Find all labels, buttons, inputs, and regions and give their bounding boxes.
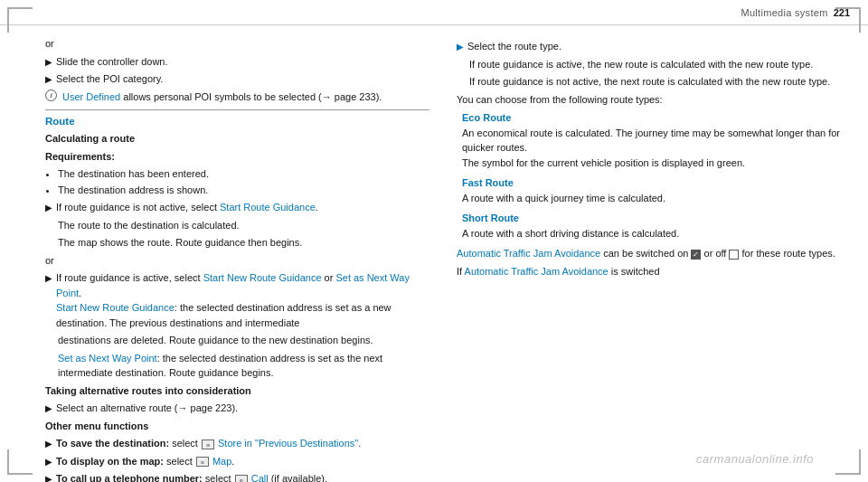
requirements-list: The destination has been entered. The de… xyxy=(58,166,429,197)
destinations-deleted-text: destinations are deleted. Route guidance… xyxy=(58,333,429,348)
bullet-select-poi-text: Select the POI category. xyxy=(56,71,163,87)
or-text-1: or xyxy=(45,36,429,52)
call-phone-text: To call up a telephone number: select ≡ … xyxy=(56,471,327,482)
arrow-icon-6: ▶ xyxy=(45,437,52,450)
bullet-select-poi: ▶ Select the POI category. xyxy=(45,71,429,87)
eco-route-desc: An economical route is calculated. The j… xyxy=(462,128,840,154)
fast-route-label: Fast Route xyxy=(462,177,514,188)
left-column: or ▶ Slide the controller down. ▶ Select… xyxy=(45,36,429,471)
main-content: or ▶ Slide the controller down. ▶ Select… xyxy=(0,25,868,482)
alt-routes-heading-text: Taking alternative routes into considera… xyxy=(45,385,251,396)
fast-route-item: Fast Route A route with a quick journey … xyxy=(462,175,841,205)
other-menu-text: Other menu functions xyxy=(45,421,148,431)
arrow-icon-5: ▶ xyxy=(45,402,52,415)
start-new-route-link: Start New Route Guidance xyxy=(203,272,322,283)
user-defined-link: User Defined xyxy=(62,91,120,102)
short-route-item: Short Route A route with a short driving… xyxy=(462,211,841,241)
route-guidance-active: ▶ If route guidance is active, select St… xyxy=(45,270,429,330)
route-heading: Route xyxy=(45,114,429,129)
alt-route-text: Select an alternative route (→ page 223)… xyxy=(56,401,238,416)
section-title: Multimedia system xyxy=(741,7,827,18)
set-as-next-label: Set as Next Way Point xyxy=(58,353,157,364)
alt-route-arrow: ▶ Select an alternative route (→ page 22… xyxy=(45,401,429,416)
checkbox-off-icon xyxy=(729,250,739,260)
start-route-guidance-link: Start Route Guidance xyxy=(220,202,316,213)
calc-heading-text: Calculating a route xyxy=(45,133,135,144)
page-header: Multimedia system 221 xyxy=(0,0,868,25)
choose-from-text: You can choose from the following route … xyxy=(457,92,841,108)
display-map-arrow: ▶ To display on the map: select ≡ Map. xyxy=(45,454,429,469)
route-types-list: Eco Route An economical route is calcula… xyxy=(462,110,841,241)
bullet-slide-text: Slide the controller down. xyxy=(56,54,168,70)
bullet-slide-controller: ▶ Slide the controller down. xyxy=(45,54,429,70)
map-shows-route-text: The map shows the route. Route guidance … xyxy=(58,235,429,250)
watermark: carmanualonline.info xyxy=(696,452,814,466)
arrow-icon-8: ▶ xyxy=(45,472,52,482)
call-icon: ≡ xyxy=(235,475,248,482)
arrow-icon-3: ▶ xyxy=(45,201,52,214)
if-active-text: If route guidance is active, the new rou… xyxy=(469,57,841,72)
call-link: Call xyxy=(251,473,269,482)
checkbox-on-icon xyxy=(691,250,701,260)
route-guidance-not-active-text: If route guidance is not active, select … xyxy=(56,200,318,215)
start-new-route-label: Start New Route Guidance xyxy=(56,302,175,313)
map-link: Map xyxy=(212,456,231,467)
route-calc-text: The route to the destination is calculat… xyxy=(58,218,429,233)
eco-route-label: Eco Route xyxy=(462,112,511,123)
display-map-text: To display on the map: select ≡ Map. xyxy=(56,454,234,469)
info-user-defined: i User Defined allows personal POI symbo… xyxy=(45,90,429,105)
right-column: ▶ Select the route type. If route guidan… xyxy=(457,36,841,471)
route-guidance-not-active: ▶ If route guidance is not active, selec… xyxy=(45,200,429,215)
call-phone-arrow: ▶ To call up a telephone number: select … xyxy=(45,471,429,482)
arrow-icon-1: ▶ xyxy=(45,55,52,69)
route-guidance-active-text: If route guidance is active, select Star… xyxy=(56,270,429,330)
corner-decoration-bl xyxy=(7,449,33,475)
route-section-divider xyxy=(45,109,429,110)
auto-traffic-text: Automatic Traffic Jam Avoidance can be s… xyxy=(457,246,841,261)
auto-traffic-if-label: Automatic Traffic Jam Avoidance xyxy=(465,266,609,277)
eco-route-item: Eco Route An economical route is calcula… xyxy=(462,110,841,170)
req-item-1: The destination has been entered. xyxy=(58,166,429,182)
req-item-2: The destination address is shown. xyxy=(58,183,429,198)
route-heading-text: Route xyxy=(45,116,75,127)
alt-routes-heading: Taking alternative routes into considera… xyxy=(45,383,429,399)
select-route-label: Select the route type. xyxy=(467,41,561,52)
short-route-desc: A route with a short driving distance is… xyxy=(462,228,679,239)
auto-traffic-if-text: If Automatic Traffic Jam Avoidance is sw… xyxy=(457,264,841,279)
arrow-icon-7: ▶ xyxy=(45,455,52,468)
set-as-next-text: Set as Next Way Point: the selected dest… xyxy=(58,351,429,381)
short-route-label: Short Route xyxy=(462,213,519,223)
requirements-text: Requirements: xyxy=(45,151,115,162)
save-dest-arrow: ▶ To save the destination: select ≡ Stor… xyxy=(45,436,429,451)
auto-traffic-label: Automatic Traffic Jam Avoidance xyxy=(457,248,600,259)
fast-route-desc: A route with a quick journey time is cal… xyxy=(462,193,665,203)
other-menu-heading: Other menu functions xyxy=(45,419,429,434)
corner-decoration-br xyxy=(835,449,861,475)
corner-decoration-tr xyxy=(835,7,861,33)
info-user-defined-text: User Defined allows personal POI symbols… xyxy=(62,90,382,105)
info-icon: i xyxy=(45,90,57,101)
if-not-active-text: If route guidance is not active, the nex… xyxy=(469,74,841,90)
calc-heading: Calculating a route xyxy=(45,131,429,146)
arrow-icon-2: ▶ xyxy=(45,72,52,86)
select-route-type-text: Select the route type. xyxy=(467,39,561,54)
select-route-type-arrow: ▶ Select the route type. xyxy=(457,39,841,54)
store-icon: ≡ xyxy=(202,439,214,449)
store-in-prev-link: Store in "Previous Destinations" xyxy=(218,438,358,449)
requirements-label: Requirements: xyxy=(45,149,429,165)
save-dest-text: To save the destination: select ≡ Store … xyxy=(56,436,361,451)
corner-decoration-tl xyxy=(7,7,33,33)
arrow-icon-right-1: ▶ xyxy=(457,40,464,53)
eco-route-symbol: The symbol for the current vehicle posit… xyxy=(462,157,745,168)
arrow-icon-4: ▶ xyxy=(45,271,52,285)
map-icon: ≡ xyxy=(196,457,209,467)
or-text-2: or xyxy=(45,253,429,269)
